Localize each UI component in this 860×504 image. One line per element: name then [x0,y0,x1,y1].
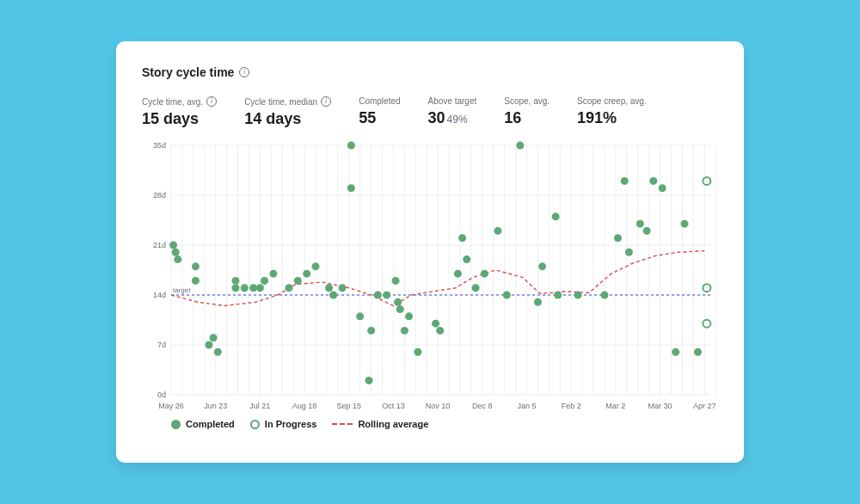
svg-point-125 [554,292,562,299]
svg-point-88 [249,284,257,292]
metric-label: Scope, avg. [504,96,550,106]
svg-text:0d: 0d [157,390,166,399]
svg-point-110 [405,312,413,320]
svg-point-114 [454,270,462,278]
svg-point-121 [516,142,524,150]
svg-point-103 [367,327,375,335]
svg-text:21d: 21d [153,241,166,249]
svg-point-137 [694,348,702,356]
svg-point-95 [311,262,319,270]
svg-text:Mar 30: Mar 30 [648,402,673,410]
metric-5: Scope creep, avg.191% [577,96,647,128]
svg-point-104 [374,292,382,299]
svg-text:target: target [173,286,191,294]
legend-in-progress: In Progress [250,419,317,429]
svg-point-132 [643,227,651,235]
svg-point-128 [614,234,622,242]
svg-point-115 [458,234,466,242]
svg-point-80 [192,262,200,270]
svg-point-112 [432,320,439,328]
svg-point-94 [303,270,310,278]
svg-point-113 [436,327,444,335]
svg-text:Mar 2: Mar 2 [605,402,625,410]
svg-point-100 [347,184,355,192]
svg-point-83 [210,334,218,341]
metric-value: 16 [504,109,550,127]
svg-point-85 [231,277,239,285]
svg-point-111 [414,348,421,356]
story-cycle-card: Story cycle time i Cycle time, avg.i15 d… [116,41,744,463]
svg-point-127 [600,292,608,299]
svg-point-140 [703,320,710,328]
metric-4: Scope, avg.16 [504,96,550,128]
legend-completed-icon [171,420,181,429]
svg-point-126 [574,292,581,299]
info-icon[interactable]: i [239,67,249,77]
svg-point-129 [621,177,629,185]
metric-value: 55 [359,109,400,127]
svg-point-77 [169,242,177,249]
metric-value: 3049% [428,109,477,127]
svg-point-81 [192,277,200,285]
svg-point-122 [534,298,542,306]
svg-text:7d: 7d [157,341,166,349]
svg-point-134 [659,184,666,192]
svg-point-138 [703,177,710,185]
svg-point-90 [261,277,268,285]
svg-point-91 [269,270,277,278]
svg-point-106 [392,277,400,285]
legend-rolling: Rolling average [332,419,428,429]
svg-point-133 [649,177,657,185]
metrics-row: Cycle time, avg.i15 daysCycle time, medi… [142,96,718,128]
svg-point-118 [481,270,488,278]
svg-text:Nov 10: Nov 10 [426,402,451,410]
metric-label: Scope creep, avg. [577,96,647,106]
legend-rolling-label: Rolling average [358,419,428,429]
svg-point-96 [325,284,333,292]
metric-label: Completed [359,96,400,106]
svg-text:Oct 13: Oct 13 [382,402,405,410]
metric-label: Cycle time, mediani [244,96,331,107]
svg-point-105 [383,292,390,299]
svg-text:Apr 27: Apr 27 [693,402,716,410]
metric-value: 14 days [244,110,331,128]
svg-point-101 [356,312,364,320]
svg-text:Feb 2: Feb 2 [562,402,581,410]
card-title: Story cycle time [142,65,234,79]
metric-3: Above target3049% [428,96,477,128]
info-icon[interactable]: i [206,96,217,107]
svg-text:14d: 14d [153,291,166,299]
svg-text:28d: 28d [153,191,166,200]
svg-point-119 [494,227,501,235]
svg-point-124 [552,212,560,220]
svg-point-79 [174,255,181,263]
svg-point-102 [366,377,373,384]
metric-label: Above target [428,96,477,106]
metric-value: 191% [577,109,647,127]
svg-point-136 [680,220,688,228]
svg-point-93 [294,277,302,285]
svg-point-131 [636,220,644,228]
svg-point-117 [472,284,480,292]
info-icon[interactable]: i [321,96,331,107]
legend-completed: Completed [171,419,235,429]
svg-text:Jan 5: Jan 5 [517,402,536,410]
svg-point-107 [394,298,402,306]
legend-in-progress-label: In Progress [265,419,317,429]
metric-label: Cycle time, avg.i [142,96,217,107]
svg-point-120 [503,292,511,299]
svg-text:Jun 23: Jun 23 [204,402,227,410]
chart-legend: Completed In Progress Rolling average [171,419,718,429]
legend-in-progress-icon [250,420,260,429]
metric-1: Cycle time, mediani14 days [244,96,331,128]
svg-point-130 [625,249,633,256]
svg-text:Jul 21: Jul 21 [249,402,270,410]
svg-text:Dec 8: Dec 8 [472,402,493,410]
cycle-time-chart: 0d7d14d21d28d35dMay 26Jun 23Jul 21Aug 18… [142,140,718,415]
svg-point-116 [463,255,470,263]
legend-rolling-icon [332,423,353,425]
metric-0: Cycle time, avg.i15 days [142,96,217,128]
svg-point-82 [205,341,212,349]
svg-point-135 [672,348,679,356]
svg-point-97 [329,292,337,299]
